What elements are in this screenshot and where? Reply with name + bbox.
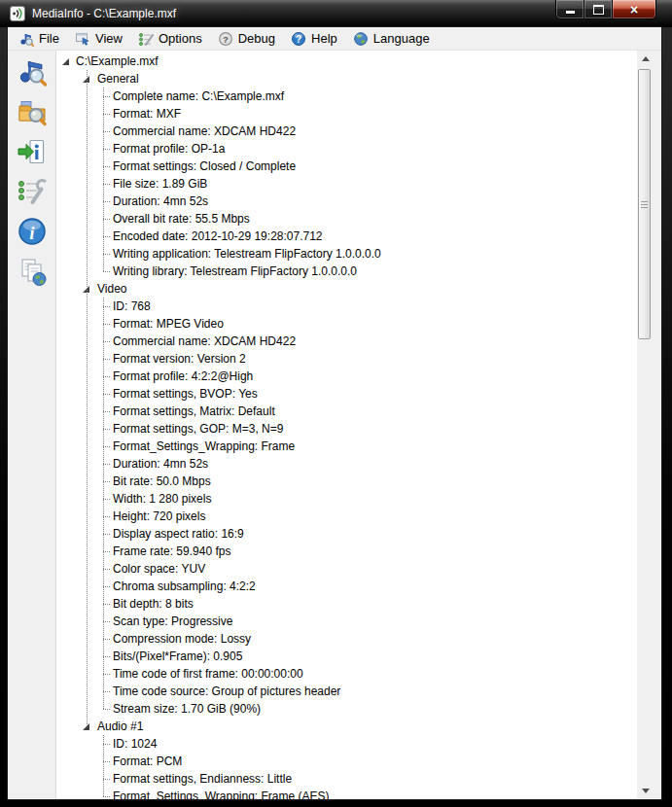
tree-guide-stub bbox=[103, 429, 111, 430]
tree-item[interactable]: Display aspect ratio: 16:9 bbox=[56, 525, 637, 543]
scroll-down-button[interactable] bbox=[637, 783, 654, 799]
menu-view-label: View bbox=[95, 31, 123, 46]
menu-file-label: File bbox=[39, 31, 59, 46]
tree-item[interactable]: Format version: Version 2 bbox=[56, 350, 637, 368]
tree-item[interactable]: Chroma subsampling: 4:2:2 bbox=[56, 578, 637, 595]
tree-guide-stub bbox=[103, 219, 111, 220]
menu-help[interactable]: ? Help bbox=[284, 29, 346, 49]
tree-item[interactable]: Writing library: Telestream FlipFactory … bbox=[56, 263, 637, 280]
close-button[interactable]: × bbox=[612, 0, 656, 19]
tree-item[interactable]: Format profile: OP-1a bbox=[56, 140, 637, 158]
tree-item[interactable]: Format settings, Endianness: Little bbox=[56, 770, 637, 788]
tree-item[interactable]: File size: 1.89 GiB bbox=[56, 175, 637, 193]
tree-item[interactable]: Overall bit rate: 55.5 Mbps bbox=[56, 210, 637, 228]
tree-item[interactable]: ID: 768 bbox=[56, 298, 637, 315]
maximize-button[interactable] bbox=[584, 0, 612, 19]
tree-view[interactable]: C:\Example.mxfGeneralComplete name: C:\E… bbox=[56, 51, 637, 799]
titlebar[interactable]: MediaInfo - C:\Example.mxf × bbox=[0, 0, 672, 27]
tree-item[interactable]: Duration: 4mn 52s bbox=[56, 455, 637, 473]
tree-guide-line bbox=[103, 88, 104, 271]
main-area: i bbox=[8, 51, 661, 799]
tree-item[interactable]: Format: MXF bbox=[56, 105, 637, 123]
tree-guide-stub bbox=[103, 96, 111, 97]
tree-item[interactable]: Format settings, GOP: M=3, N=9 bbox=[56, 420, 637, 438]
options-menu-icon bbox=[138, 31, 154, 47]
tree-item[interactable]: Format: MPEG Video bbox=[56, 315, 637, 333]
tree-item[interactable]: Format settings, BVOP: Yes bbox=[56, 385, 637, 403]
tree-item[interactable]: Format_Settings_Wrapping: Frame bbox=[56, 438, 637, 455]
web-report-button[interactable] bbox=[15, 255, 50, 288]
tree-guide-stub bbox=[103, 586, 111, 587]
tree-item[interactable]: Format settings: Closed / Complete bbox=[56, 158, 637, 175]
tree-item[interactable]: Scan type: Progressive bbox=[56, 613, 637, 630]
tree-item[interactable]: Format settings, Matrix: Default bbox=[56, 403, 637, 420]
tree-root[interactable]: C:\Example.mxf bbox=[56, 53, 637, 70]
minimize-button[interactable] bbox=[555, 0, 584, 19]
tree-guide-stub bbox=[103, 149, 111, 150]
tree-item[interactable]: Duration: 4mn 52s bbox=[56, 193, 637, 210]
preferences-button[interactable] bbox=[15, 175, 50, 208]
tree-item[interactable]: Writing application: Telestream FlipFact… bbox=[56, 245, 637, 263]
tree-item[interactable]: Bit depth: 8 bits bbox=[56, 595, 637, 613]
tree-item[interactable]: Stream size: 1.70 GiB (90%) bbox=[56, 700, 637, 718]
menu-language[interactable]: Language bbox=[346, 29, 439, 49]
menu-view[interactable]: View bbox=[68, 29, 131, 49]
tree-item[interactable]: Width: 1 280 pixels bbox=[56, 490, 637, 508]
help-menu-icon: ? bbox=[291, 31, 306, 47]
scrollbar-thumb[interactable] bbox=[638, 69, 651, 339]
tree-item[interactable]: Color space: YUV bbox=[56, 560, 637, 578]
tree-item[interactable]: Time code source: Group of pictures head… bbox=[56, 683, 637, 700]
tree-guide-stub bbox=[103, 534, 111, 535]
scroll-up-button[interactable] bbox=[637, 51, 654, 67]
tree-label: Format profile: 4:2:2@High bbox=[113, 368, 253, 385]
tree-label: Format settings, Matrix: Default bbox=[113, 403, 275, 420]
tree-label: Width: 1 280 pixels bbox=[113, 490, 211, 508]
expand-arrow-icon[interactable] bbox=[62, 58, 69, 65]
window-title: MediaInfo - C:\Example.mxf bbox=[32, 7, 176, 20]
tree-item[interactable]: Height: 720 pixels bbox=[56, 508, 637, 525]
tree-item[interactable]: Format: PCM bbox=[56, 753, 637, 770]
tree-section[interactable]: Audio #1 bbox=[56, 718, 637, 735]
export-info-button[interactable] bbox=[15, 135, 50, 168]
tree-label: ID: 1024 bbox=[113, 735, 157, 753]
svg-text:?: ? bbox=[223, 33, 229, 44]
tree-guide-stub bbox=[103, 551, 111, 552]
documents-globe-icon bbox=[17, 256, 48, 287]
debug-menu-icon: ? bbox=[218, 31, 233, 47]
mediainfo-logo-icon bbox=[10, 6, 25, 21]
tree-guide-stub bbox=[103, 324, 111, 325]
svg-text:?: ? bbox=[296, 33, 301, 44]
tree-item[interactable]: Format_Settings_Wrapping: Frame (AES) bbox=[56, 788, 637, 799]
tree-guide-stub bbox=[103, 201, 111, 202]
tree-item[interactable]: Format profile: 4:2:2@High bbox=[56, 368, 637, 385]
tree-item[interactable]: Time code of first frame: 00:00:00:00 bbox=[56, 665, 637, 683]
tree-item[interactable]: ID: 1024 bbox=[56, 735, 637, 753]
tree-item[interactable]: Commercial name: XDCAM HD422 bbox=[56, 333, 637, 350]
menu-file[interactable]: File bbox=[12, 29, 68, 49]
tree-item[interactable]: Bit rate: 50.0 Mbps bbox=[56, 473, 637, 490]
tree-item[interactable]: Encoded date: 2012-10-29 19:28:07.712 bbox=[56, 228, 637, 245]
tree-guide-stub bbox=[103, 639, 111, 640]
tree-item[interactable]: Commercial name: XDCAM HD422 bbox=[56, 123, 637, 140]
tree-guide-stub bbox=[103, 236, 111, 237]
about-button[interactable]: i bbox=[15, 215, 50, 248]
tree-item[interactable]: Complete name: C:\Example.mxf bbox=[56, 88, 637, 105]
tree-item[interactable]: Frame rate: 59.940 fps bbox=[56, 543, 637, 560]
menu-options[interactable]: Options bbox=[131, 29, 211, 49]
tree-section[interactable]: Video bbox=[56, 280, 637, 298]
tree-guide-stub bbox=[103, 779, 111, 780]
tree-label: Duration: 4mn 52s bbox=[113, 455, 208, 473]
toolbar: i bbox=[8, 51, 56, 799]
export-info-icon bbox=[17, 136, 48, 167]
open-folder-button[interactable] bbox=[15, 95, 50, 128]
tree-guide-stub bbox=[103, 114, 111, 115]
open-file-button[interactable] bbox=[15, 55, 50, 88]
tree-item[interactable]: Bits/(Pixel*Frame): 0.905 bbox=[56, 648, 637, 665]
tree-section[interactable]: General bbox=[56, 70, 637, 88]
tree-item[interactable]: Compression mode: Lossy bbox=[56, 630, 637, 648]
tree-label: Bits/(Pixel*Frame): 0.905 bbox=[113, 648, 242, 665]
menu-debug[interactable]: ? Debug bbox=[211, 29, 284, 49]
vertical-scrollbar[interactable] bbox=[637, 51, 654, 799]
tree-label: Time code of first frame: 00:00:00:00 bbox=[113, 665, 303, 683]
tree-guide-stub bbox=[103, 604, 111, 605]
